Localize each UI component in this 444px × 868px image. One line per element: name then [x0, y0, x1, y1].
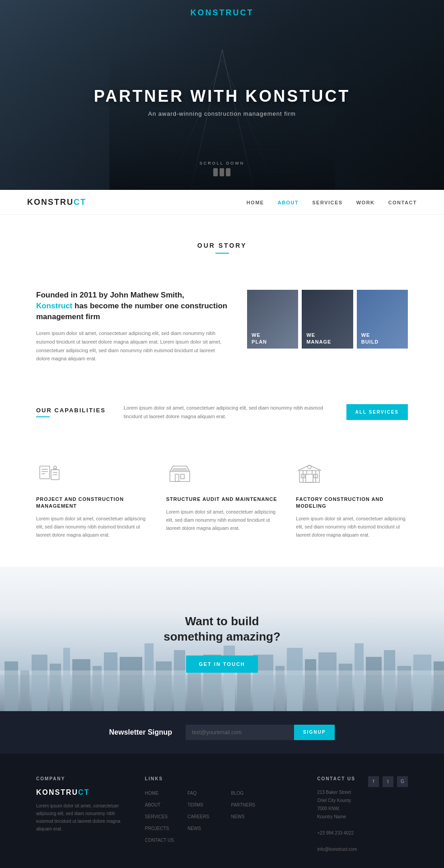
story-content: Founded in 2011 by John Mathew Smith, Ko… [0, 272, 444, 381]
footer-col-links: LINKS HOME ABOUT SERVICES PROJECTS CONTA… [145, 776, 213, 854]
navbar: KONSTRUCT HOME ABOUT SERVICES WORK CONTA… [0, 190, 444, 215]
our-story-underline [215, 253, 229, 254]
story-img-build: WEBUILD [357, 290, 408, 349]
scroll-arrow-1 [214, 168, 218, 176]
footer-company-title: COMPANY [36, 776, 127, 781]
cta-section: Want to build something amazing? GET IN … [0, 566, 444, 711]
footer-link-about[interactable]: ABOUT [145, 800, 174, 808]
svg-point-24 [308, 465, 311, 469]
service-card-2-desc: Lorem ipsum dolor sit amet, consectetuer… [166, 508, 278, 533]
hero-subtitle: An award-winning construction management… [94, 110, 350, 117]
cta-heading: Want to build something amazing? [164, 614, 280, 645]
footer-link-partners[interactable]: PARTNERS [231, 800, 299, 808]
footer-link-contact[interactable]: CONTACT US [145, 835, 174, 844]
newsletter-button[interactable]: SIGNUP [294, 725, 335, 740]
capabilities-title: OUR CAPABILITIES [36, 407, 106, 414]
story-body: Lorem ipsum dolor sit amet, consectetuer… [36, 329, 229, 363]
footer-col-company: COMPANY KONSTRUCT Lorem ipsum dolor sit … [36, 776, 127, 854]
service-card-2-title: STRUCTURE AUDIT AND MAINTENANCE [166, 496, 278, 503]
newsletter-label: Newsletter Signup [109, 728, 173, 736]
newsletter-input[interactable] [186, 725, 294, 740]
social-google[interactable]: G [397, 776, 408, 787]
service-card-1: PROJECT AND CONSTRUCTION MANAGEMENT Lore… [36, 462, 148, 539]
hero-logo: KONSTRUCT [191, 8, 254, 18]
story-img-plan-label: WEPLAN [247, 328, 271, 349]
hero-section: KONSTRUCT PARTNER WITH KONSTUCT An award… [0, 0, 444, 190]
service-card-2: STRUCTURE AUDIT AND MAINTENANCE Lorem ip… [166, 462, 278, 539]
footer-link-home[interactable]: HOME [145, 788, 174, 797]
story-img-build-label: WEBUILD [357, 328, 383, 349]
all-services-button[interactable]: ALL SERVICES [346, 404, 408, 420]
scroll-down[interactable]: SCROLL DOWN [200, 161, 245, 176]
hero-content: PARTNER WITH KONSTUCT An award-winning c… [94, 87, 350, 117]
story-brand-link[interactable]: Konstruct [36, 302, 72, 310]
story-images: WEPLAN WEMANAGE WEBUILD [247, 290, 408, 349]
nav-links: HOME ABOUT SERVICES WORK CONTACT [247, 198, 417, 206]
footer-link-projects[interactable]: PROJECTS [145, 824, 174, 832]
footer-contact-title: CONTACT US [317, 776, 357, 781]
nav-item-about[interactable]: ABOUT [278, 198, 299, 206]
footer-link-faq[interactable]: FAQ [187, 788, 209, 797]
footer-links-left: HOME ABOUT SERVICES PROJECTS CONTACT US [145, 788, 174, 847]
factory-icon [296, 462, 323, 489]
nav-item-home[interactable]: HOME [247, 198, 264, 206]
newsletter-form: SIGNUP [186, 725, 335, 740]
story-headline: Founded in 2011 by John Mathew Smith, Ko… [36, 290, 229, 322]
svg-rect-12 [175, 474, 179, 481]
cta-button[interactable]: GET IN TOUCH [186, 656, 258, 673]
svg-rect-3 [40, 466, 50, 479]
capabilities-title-bar [36, 416, 50, 417]
story-left: Founded in 2011 by John Mathew Smith, Ko… [36, 290, 229, 363]
footer-links-title: LINKS [145, 776, 213, 781]
footer-blog-title [231, 776, 299, 781]
story-img-manage: WEMANAGE [302, 290, 353, 349]
footer-link-news2[interactable]: NEWS [231, 812, 299, 820]
service-card-1-title: PROJECT AND CONSTRUCTION MANAGEMENT [36, 496, 148, 510]
capabilities-desc: Lorem ipsum dolor sit amet, consectetuer… [124, 404, 328, 420]
svg-rect-17 [306, 474, 313, 482]
footer-link-news[interactable]: NEWS [187, 824, 209, 832]
audit-icon [166, 462, 193, 489]
nav-item-services[interactable]: SERVICES [312, 198, 342, 206]
svg-rect-11 [170, 472, 190, 481]
svg-rect-16 [299, 471, 319, 482]
story-img-manage-label: WEMANAGE [302, 328, 336, 349]
hero-title: PARTNER WITH KONSTUCT [94, 87, 350, 106]
nav-logo: KONSTRUCT [27, 198, 86, 207]
footer-link-services[interactable]: SERVICES [145, 812, 174, 820]
footer-blog-links: BLOG PARTNERS NEWS [231, 788, 299, 820]
service-card-3-title: FACTORY CONSTRUCTION AND MODELING [296, 496, 408, 510]
footer: COMPANY KONSTRUCT Lorem ipsum dolor sit … [0, 754, 444, 868]
footer-link-terms[interactable]: TERMS [187, 800, 209, 808]
footer-link-careers[interactable]: CAREERS [187, 812, 209, 820]
footer-col-blog: BLOG PARTNERS NEWS [231, 776, 299, 854]
footer-col-contact: CONTACT US 213 Baker Street Oriel City K… [317, 776, 408, 854]
svg-rect-13 [181, 474, 184, 479]
footer-links-right: FAQ TERMS CAREERS NEWS [187, 788, 209, 847]
svg-point-10 [54, 466, 56, 469]
footer-grid: COMPANY KONSTRUCT Lorem ipsum dolor sit … [36, 776, 408, 854]
footer-about-text: Lorem ipsum dolor sit amet, consectetuer… [36, 802, 127, 833]
service-card-1-desc: Lorem ipsum dolor sit amet, consectetuer… [36, 515, 148, 539]
service-card-3: FACTORY CONSTRUCTION AND MODELING Lorem … [296, 462, 408, 539]
capabilities-header: OUR CAPABILITIES Lorem ipsum dolor sit a… [36, 404, 408, 420]
footer-link-blog[interactable]: BLOG [231, 788, 299, 797]
capabilities-section: OUR CAPABILITIES Lorem ipsum dolor sit a… [0, 381, 444, 452]
our-story-title: OUR STORY [36, 242, 408, 249]
footer-logo: KONSTRUCT [36, 788, 127, 797]
service-cards: PROJECT AND CONSTRUCTION MANAGEMENT Lore… [0, 453, 444, 566]
construction-icon [36, 462, 63, 489]
scroll-arrow-2 [220, 168, 224, 176]
our-story-section: OUR STORY [0, 215, 444, 272]
newsletter-section: Newsletter Signup SIGNUP [0, 711, 444, 754]
story-img-plan: WEPLAN [247, 290, 298, 349]
capabilities-title-wrap: OUR CAPABILITIES [36, 407, 106, 417]
footer-address: 213 Baker Street Oriel City Kounty 7000 … [317, 788, 357, 854]
social-facebook[interactable]: f [368, 776, 379, 787]
nav-item-contact[interactable]: CONTACT [388, 198, 417, 206]
nav-item-work[interactable]: WORK [356, 198, 375, 206]
social-twitter[interactable]: t [383, 776, 393, 787]
scroll-arrow-3 [226, 168, 231, 176]
footer-social: f t G [368, 776, 408, 787]
cta-content: Want to build something amazing? GET IN … [154, 587, 290, 691]
